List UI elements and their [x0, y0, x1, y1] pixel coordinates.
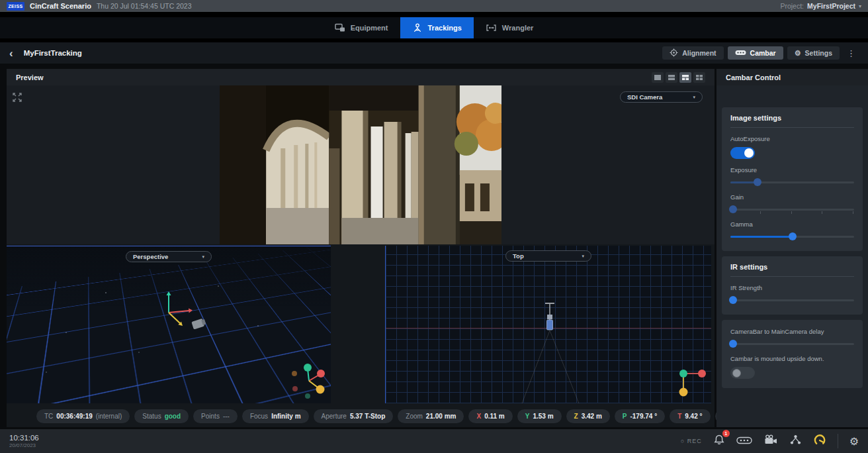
camera-status-bar: TC 00:36:49:19 (internal) Status good Po… — [36, 409, 763, 423]
project-selector[interactable]: Project: MyFirstProject ▾ — [780, 2, 861, 10]
pan-value: -179.74 ° — [630, 413, 657, 420]
left-viewport-mode-dropdown[interactable]: Perspective ▾ — [126, 251, 212, 262]
tab-label: Wrangler — [502, 24, 533, 32]
local-date: 20/07/2023 — [9, 442, 39, 448]
slider-knob[interactable] — [754, 178, 761, 186]
position-y-pill: Y 1.53 m — [517, 409, 562, 423]
y-label: Y — [525, 413, 530, 420]
slider-tick — [791, 211, 792, 214]
delay-slider[interactable] — [730, 340, 854, 348]
slider-knob[interactable] — [789, 232, 797, 240]
zoom-label: Zoom — [406, 413, 423, 420]
notifications-button[interactable]: 1 — [713, 434, 725, 448]
slider-track — [730, 209, 854, 211]
slider-knob[interactable] — [729, 340, 737, 348]
alignment-button[interactable]: Alignment — [662, 46, 723, 60]
camera-source-value: SDI Camera — [627, 93, 662, 101]
network-tree-icon — [789, 434, 802, 448]
slider-track — [730, 299, 854, 301]
alignment-label: Alignment — [682, 49, 716, 57]
cambar-status-button[interactable] — [736, 435, 752, 447]
cambar-icon — [735, 49, 746, 57]
layout-quad-button[interactable] — [693, 72, 705, 83]
notification-badge: 1 — [722, 430, 730, 437]
app-settings-gear-icon[interactable]: ⚙ — [849, 435, 859, 448]
upside-down-toggle[interactable] — [730, 367, 755, 379]
chevron-down-icon: ▾ — [693, 95, 695, 100]
top-overlay — [386, 246, 711, 403]
status-label: Status — [142, 413, 161, 420]
y-value: 1.53 m — [533, 413, 553, 420]
cambar-button[interactable]: Cambar — [728, 46, 783, 60]
cambar-control-title: Cambar Control — [726, 74, 781, 81]
back-button[interactable]: ‹ — [9, 48, 13, 59]
exposure-slider[interactable] — [730, 178, 854, 186]
bottom-bar-icons: ○ REC 1 — [681, 434, 868, 448]
toggle-knob — [732, 369, 741, 377]
zoom-value: 21.00 mm — [426, 413, 456, 420]
chevron-down-icon: ▾ — [582, 254, 584, 259]
sub-header-actions: Alignment Cambar ⚙ Settings ⋮ — [662, 46, 859, 60]
camera-source-dropdown[interactable]: SDI Camera ▾ — [620, 91, 703, 103]
tab-trackings[interactable]: Trackings — [400, 17, 474, 38]
delay-settings-card: CameraBar to MainCamera delay Cambar is … — [722, 320, 863, 388]
network-status-button[interactable] — [789, 434, 802, 448]
aperture-pill: Aperture 5.37 T-Stop — [314, 409, 394, 423]
settings-label: Settings — [805, 49, 832, 57]
fullscreen-expand-icon[interactable] — [12, 92, 22, 103]
tc-label: TC — [44, 413, 53, 420]
viewport-layout-switcher — [652, 72, 705, 83]
bottom-bar-divider — [838, 434, 838, 448]
local-time: 10:31:06 — [9, 434, 39, 442]
gamma-label: Gamma — [730, 221, 854, 228]
pan-label: P — [623, 413, 627, 420]
top-viewport[interactable]: Top ▾ — [385, 246, 711, 403]
right-viewport-mode-dropdown[interactable]: Top ▾ — [505, 250, 591, 262]
status-pill: Status good — [134, 409, 189, 423]
ir-strength-slider[interactable] — [730, 296, 854, 304]
viewport-row: Perspective ▾ — [7, 246, 715, 403]
points-label: Points — [201, 413, 220, 420]
clock: 10:31:06 20/07/2023 — [0, 434, 39, 448]
trackings-icon — [412, 23, 423, 32]
cincraft-app-window: ZEISS CinCraft Scenario Thu 20 Jul 01:54… — [0, 0, 868, 453]
tab-equipment[interactable]: Equipment — [323, 17, 400, 38]
ir-strength-label: IR Strength — [730, 284, 854, 291]
more-options-kebab-icon[interactable]: ⋮ — [844, 48, 859, 58]
x-value: 0.11 m — [484, 413, 505, 420]
slider-track — [730, 343, 854, 345]
zeiss-logo: ZEISS — [7, 2, 24, 11]
perspective-overlay — [7, 246, 331, 403]
title-bar: ZEISS CinCraft Scenario Thu 20 Jul 01:54… — [0, 0, 868, 12]
autoexposure-label: AutoExposure — [730, 135, 854, 142]
focus-value: Infinity m — [271, 413, 300, 420]
tc-value: 00:36:49:19 — [56, 413, 92, 420]
slider-knob[interactable] — [729, 205, 737, 213]
gain-slider[interactable] — [730, 205, 854, 213]
layout-one-top-two-bottom-button[interactable] — [679, 72, 691, 83]
slider-knob[interactable] — [729, 296, 737, 304]
performance-gauge-button[interactable] — [813, 434, 826, 448]
ir-settings-card: IR settings IR Strength — [722, 256, 863, 315]
camera-status-button[interactable] — [763, 434, 778, 448]
video-camera-icon — [763, 434, 778, 448]
tab-wrangler[interactable]: Wrangler — [474, 17, 545, 38]
tracking-title: MyFirstTracking — [24, 49, 82, 57]
slider-fill — [730, 236, 793, 238]
cambar-bar-icon — [736, 435, 752, 447]
upside-down-label: Cambar is mounted upside down. — [730, 355, 854, 362]
preview-panel-header: Preview — [7, 69, 715, 85]
layout-two-rows-button[interactable] — [666, 72, 677, 83]
slider-tick — [822, 211, 822, 214]
x-label: X — [476, 413, 481, 420]
gauge-icon — [813, 434, 826, 448]
autoexposure-toggle[interactable] — [730, 147, 755, 159]
tilt-label: T — [677, 413, 681, 420]
settings-button[interactable]: ⚙ Settings — [787, 46, 840, 60]
delay-label: CameraBar to MainCamera delay — [730, 328, 854, 335]
layout-single-button[interactable] — [652, 72, 664, 83]
z-label: Z — [574, 413, 578, 420]
points-pill: Points --- — [193, 409, 238, 423]
gamma-slider[interactable] — [730, 232, 854, 240]
perspective-viewport[interactable]: Perspective ▾ — [7, 246, 331, 403]
